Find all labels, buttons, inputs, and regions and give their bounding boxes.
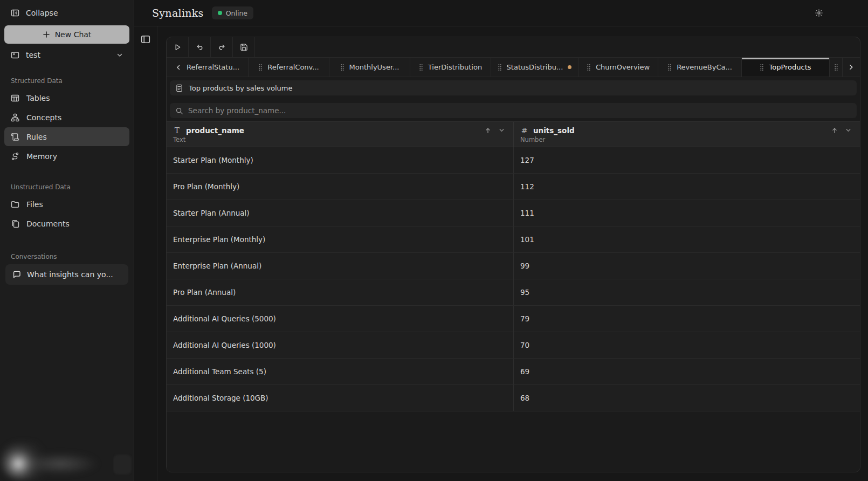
sidebar-item-concepts[interactable]: Concepts (4, 108, 129, 127)
sort-arrow-up-icon[interactable] (831, 127, 838, 134)
sidebar-item-memory[interactable]: Memory (4, 147, 129, 166)
tab-monthlyuser[interactable]: MonthlyUser... (329, 58, 410, 77)
save-button[interactable] (233, 37, 255, 57)
cell-product-name[interactable]: Enterprise Plan (Monthly) (167, 226, 513, 252)
project-item-test[interactable]: test (4, 47, 129, 63)
collapse-sidebar-button[interactable]: Collapse (4, 5, 129, 20)
drag-handle-icon[interactable] (587, 64, 591, 71)
online-dot-icon (218, 11, 222, 15)
plus-icon (43, 31, 50, 38)
cell-units-sold[interactable]: 79 (513, 306, 860, 332)
editor-panel: ReferralStatu... ReferralConv... (166, 37, 860, 472)
column-type: Number (520, 136, 853, 143)
table-row[interactable]: Pro Plan (Monthly) 112 (167, 174, 860, 200)
cell-units-sold[interactable]: 127 (513, 147, 860, 173)
tab-referralconv[interactable]: ReferralConv... (249, 58, 329, 77)
cell-product-name[interactable]: Pro Plan (Annual) (167, 279, 513, 305)
cell-product-name[interactable]: Additional AI Queries (1000) (167, 332, 513, 358)
tab-label: TopProducts (769, 63, 811, 71)
table-row[interactable]: Starter Plan (Annual) 111 (167, 200, 860, 226)
cell-product-name[interactable]: Additional Storage (10GB) (167, 385, 513, 411)
table-icon (11, 94, 19, 102)
cell-product-name[interactable]: Starter Plan (Monthly) (167, 147, 513, 173)
collapse-label: Collapse (26, 9, 58, 17)
sidebar: Collapse New Chat test Stru (0, 0, 134, 481)
drag-handle-icon[interactable] (340, 64, 345, 71)
table-row[interactable]: Additional Team Seats (5) 69 (167, 359, 860, 385)
search-bar (170, 103, 857, 118)
chevron-down-icon[interactable] (116, 52, 123, 58)
top-header: Synalinks Online (134, 0, 868, 26)
conversation-item[interactable]: What insights can yo... (5, 264, 128, 285)
tab-statusdistribution[interactable]: StatusDistribu... (491, 58, 578, 77)
tab-referralstatus[interactable]: ReferralStatu... (167, 58, 249, 77)
column-header-product-name[interactable]: T product_name (167, 122, 513, 147)
toggle-sidebar-button[interactable] (138, 35, 153, 50)
tab-revenuebycategory[interactable]: RevenueByCa... (658, 58, 742, 77)
drag-handle-icon[interactable] (419, 64, 423, 71)
tab-scroll-right-button[interactable] (843, 58, 859, 77)
partial-tab[interactable] (830, 58, 843, 77)
redo-button[interactable] (211, 37, 233, 57)
table-row[interactable]: Additional AI Queries (5000) 79 (167, 306, 860, 332)
run-button[interactable] (167, 37, 189, 57)
cell-product-name[interactable]: Pro Plan (Monthly) (167, 174, 513, 200)
table-row[interactable]: Starter Plan (Monthly) 127 (167, 147, 860, 174)
grid-header: T product_name (167, 121, 860, 147)
cell-units-sold[interactable]: 68 (513, 385, 860, 411)
documents-copy-icon (11, 219, 19, 228)
view-description: Top products by sales volume (189, 84, 292, 92)
cell-product-name[interactable]: Additional Team Seats (5) (167, 359, 513, 384)
cell-units-sold[interactable]: 69 (513, 359, 860, 384)
sidebar-item-documents[interactable]: Documents (4, 214, 129, 233)
tab-label: ReferralConv... (267, 63, 319, 71)
tab-label: TierDistribution (428, 63, 482, 71)
hierarchy-icon (11, 113, 19, 122)
new-chat-button[interactable]: New Chat (4, 25, 129, 44)
tab-topproducts[interactable]: TopProducts (742, 58, 830, 77)
undo-button[interactable] (189, 37, 211, 57)
table-row[interactable]: Additional Storage (10GB) 68 (167, 385, 860, 411)
column-menu-chevron-icon[interactable] (499, 127, 505, 133)
number-type-icon: # (520, 126, 528, 135)
drag-handle-icon[interactable] (760, 64, 764, 71)
column-menu-chevron-icon[interactable] (845, 127, 851, 133)
table-row[interactable]: Enterprise Plan (Monthly) 101 (167, 226, 860, 253)
cell-units-sold[interactable]: 70 (513, 332, 860, 358)
column-type: Text (173, 136, 507, 143)
section-conversations: Conversations (11, 253, 129, 260)
panel-left-close-icon (11, 9, 19, 17)
sidebar-item-rules[interactable]: Rules (4, 127, 129, 146)
drag-handle-icon[interactable] (667, 64, 672, 71)
tab-scroll-left-icon[interactable] (175, 64, 182, 71)
drag-handle-icon[interactable] (258, 64, 263, 71)
table-row[interactable]: Enterprise Plan (Annual) 99 (167, 253, 860, 279)
cell-units-sold[interactable]: 101 (513, 226, 860, 252)
online-label: Online (226, 9, 247, 17)
cell-product-name[interactable]: Enterprise Plan (Annual) (167, 253, 513, 279)
toolbar (167, 37, 860, 58)
sort-arrow-up-icon[interactable] (484, 127, 492, 134)
app-title: Synalinks (152, 7, 204, 19)
drag-handle-icon[interactable] (498, 64, 502, 71)
sidebar-item-tables[interactable]: Tables (4, 88, 129, 107)
sidebar-item-label: Files (26, 200, 43, 209)
theme-toggle-button[interactable] (811, 5, 827, 21)
column-header-units-sold[interactable]: # units_sold (513, 122, 860, 147)
cell-units-sold[interactable]: 99 (513, 253, 860, 279)
table-row[interactable]: Additional AI Queries (1000) 70 (167, 332, 860, 359)
search-icon (175, 107, 183, 115)
cell-units-sold[interactable]: 112 (513, 174, 860, 200)
cell-product-name[interactable]: Additional AI Queries (5000) (167, 306, 513, 332)
tab-tierdistribution[interactable]: TierDistribution (410, 58, 491, 77)
cell-units-sold[interactable]: 111 (513, 200, 860, 226)
redo-icon (218, 43, 226, 51)
search-input[interactable] (188, 106, 851, 115)
sidebar-item-label: Concepts (26, 113, 61, 122)
tab-churnoverview[interactable]: ChurnOverview (578, 58, 658, 77)
sidebar-item-files[interactable]: Files (4, 195, 129, 214)
table-row[interactable]: Pro Plan (Annual) 95 (167, 279, 860, 306)
cell-units-sold[interactable]: 95 (513, 279, 860, 305)
cell-product-name[interactable]: Starter Plan (Annual) (167, 200, 513, 226)
view-description-bar: Top products by sales volume (170, 80, 857, 95)
